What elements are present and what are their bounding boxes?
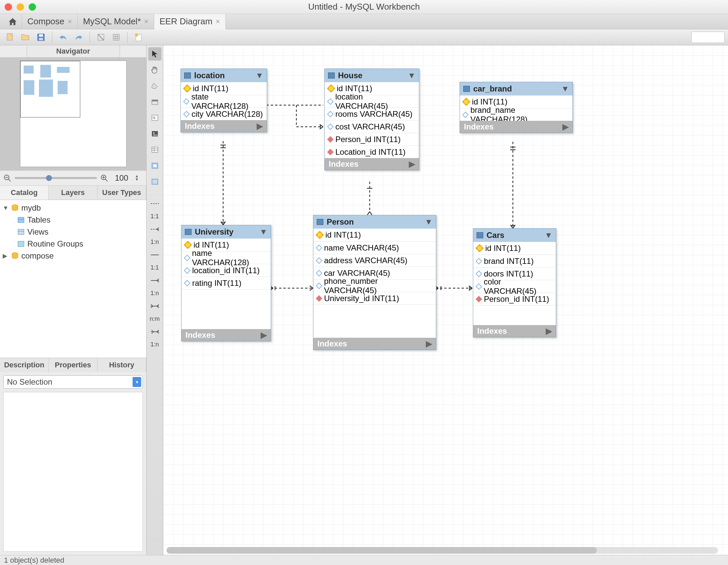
relation-1-1-nonid-tool[interactable] [148, 197, 162, 210]
undo-button[interactable] [56, 31, 70, 44]
zoom-out-icon[interactable] [3, 174, 11, 182]
toggle-grid-button[interactable] [94, 31, 108, 44]
new-document-button[interactable] [132, 31, 146, 44]
tab-properties[interactable]: Properties [49, 358, 97, 372]
zoom-stepper[interactable]: ▲▼ [135, 173, 143, 183]
chevron-right-icon[interactable]: ▶ [3, 252, 9, 260]
image-tool[interactable] [148, 127, 162, 141]
tree-item-mydb[interactable]: ▼ mydb [0, 202, 146, 214]
svg-rect-3 [39, 38, 43, 40]
relation-n-m-tool[interactable] [148, 299, 162, 313]
titlebar: Untitled - MySQL Workbench [0, 0, 728, 14]
tab-mysql-model[interactable]: MySQL Model* × [78, 14, 154, 29]
tab-label: EER Diagram [160, 16, 212, 27]
entity-house[interactable]: House▼ id INT(11) location VARCHAR(45) r… [324, 69, 419, 170]
entity-title: Person [327, 217, 354, 227]
tab-eer-diagram[interactable]: EER Diagram × [154, 14, 226, 29]
horizontal-scrollbar[interactable] [167, 547, 718, 554]
cursor-icon [152, 50, 158, 58]
entity-university[interactable]: University▼ id INT(11) name VARCHAR(128)… [181, 225, 271, 341]
new-file-icon [6, 33, 15, 42]
chevron-down-icon[interactable]: ▼ [259, 227, 267, 237]
note-tool[interactable]: N [148, 111, 162, 125]
col-text: University_id INT(11) [324, 294, 399, 303]
primary-key-icon [183, 84, 191, 93]
entity-location[interactable]: location▼ id INT(11) state VARCHAR(128) … [181, 69, 267, 133]
tab-history[interactable]: History [98, 358, 146, 372]
tree-item-views[interactable]: Views [0, 226, 146, 238]
routine-tool[interactable] [148, 175, 162, 188]
catalog-tab-layers[interactable]: Layers [49, 186, 97, 200]
chevron-down-icon[interactable]: ▼ [561, 84, 569, 94]
table-tool[interactable] [148, 143, 162, 156]
toolbar-search-input[interactable] [691, 32, 725, 43]
relation-existing-tool[interactable] [148, 325, 162, 338]
indexes-row[interactable]: Indexes▶ [182, 329, 271, 341]
catalog-tab-usertypes[interactable]: User Types [98, 186, 146, 200]
hand-tool[interactable] [148, 63, 162, 77]
open-file-button[interactable] [19, 31, 33, 44]
chevron-down-icon[interactable]: ▼ [408, 71, 416, 80]
tree-item-routine-groups[interactable]: Routine Groups [0, 238, 146, 250]
save-button[interactable] [34, 31, 48, 44]
view-tool[interactable] [148, 159, 162, 172]
col-text: location_id INT(11) [192, 266, 260, 275]
redo-button[interactable] [72, 31, 86, 44]
tree-item-compose[interactable]: ▶ compose [0, 250, 146, 262]
layer-tool[interactable] [148, 95, 162, 109]
indexes-row[interactable]: Indexes▶ [460, 121, 572, 133]
close-icon[interactable]: × [68, 17, 72, 26]
chevron-down-icon[interactable]: ▼ [255, 71, 263, 80]
relation-1-n-id-tool[interactable] [148, 274, 162, 287]
indexes-row[interactable]: Indexes▶ [181, 120, 267, 132]
chevron-down-icon[interactable]: ▼ [545, 231, 552, 240]
close-icon[interactable]: × [216, 17, 220, 26]
relation-icon [150, 303, 160, 309]
table-icon [477, 232, 483, 238]
tree-item-tables[interactable]: Tables [0, 214, 146, 226]
column-icon [184, 280, 190, 286]
zoom-controls: 100 ▲▼ [0, 170, 146, 186]
new-file-button[interactable] [3, 31, 17, 44]
close-window-button[interactable] [5, 3, 12, 11]
navigator-tab[interactable]: Navigator [27, 45, 120, 58]
tab-compose[interactable]: Compose × [22, 14, 78, 29]
svg-rect-6 [113, 34, 119, 40]
selection-dropdown[interactable]: No Selection ▾ [3, 375, 143, 389]
col-text: id INT(11) [485, 244, 521, 253]
entity-cars[interactable]: Cars▼ id INT(11) brand INT(11) doors INT… [473, 228, 556, 337]
relation-1-1-id-tool[interactable] [148, 248, 162, 262]
entity-person[interactable]: Person▼ id INT(11) name VARCHAR(45) addr… [313, 215, 436, 350]
close-icon[interactable]: × [144, 17, 149, 26]
catalog-tree[interactable]: ▼ mydb Tables Views Routine Groups ▶ com… [0, 200, 146, 358]
relation-icon [150, 227, 160, 232]
scrollbar-thumb[interactable] [167, 547, 597, 554]
zoom-in-icon[interactable] [100, 174, 108, 182]
chevron-down-icon[interactable]: ▼ [425, 217, 433, 227]
eraser-tool[interactable] [148, 79, 162, 93]
tool-label: n:m [147, 315, 163, 322]
home-tab-button[interactable] [3, 14, 22, 29]
entity-car-brand[interactable]: car_brand▼ id INT(11) brand_name VARCHAR… [460, 82, 573, 133]
zoom-slider[interactable] [15, 177, 97, 179]
navigator-minimap[interactable] [0, 57, 146, 170]
catalog-tab-catalog[interactable]: Catalog [0, 186, 49, 200]
table-icon [184, 73, 191, 79]
indexes-row[interactable]: Indexes▶ [313, 338, 436, 350]
maximize-window-button[interactable] [29, 3, 36, 11]
align-grid-button[interactable] [109, 31, 123, 44]
description-textarea[interactable] [3, 392, 143, 552]
minimize-window-button[interactable] [17, 3, 24, 11]
zoom-slider-thumb[interactable] [46, 175, 52, 181]
pointer-tool[interactable] [148, 47, 162, 61]
tab-description[interactable]: Description [0, 358, 49, 372]
chevron-down-icon[interactable]: ▼ [3, 205, 9, 212]
minimap-canvas[interactable] [20, 61, 127, 167]
indexes-row[interactable]: Indexes▶ [473, 325, 556, 337]
view-icon [151, 162, 159, 169]
table-icon [463, 86, 470, 92]
relation-1-n-nonid-tool[interactable] [148, 223, 162, 236]
column-icon [183, 111, 190, 118]
indexes-row[interactable]: Indexes▶ [325, 158, 419, 170]
diagram-canvas[interactable]: location▼ id INT(11) state VARCHAR(128) … [163, 45, 728, 555]
